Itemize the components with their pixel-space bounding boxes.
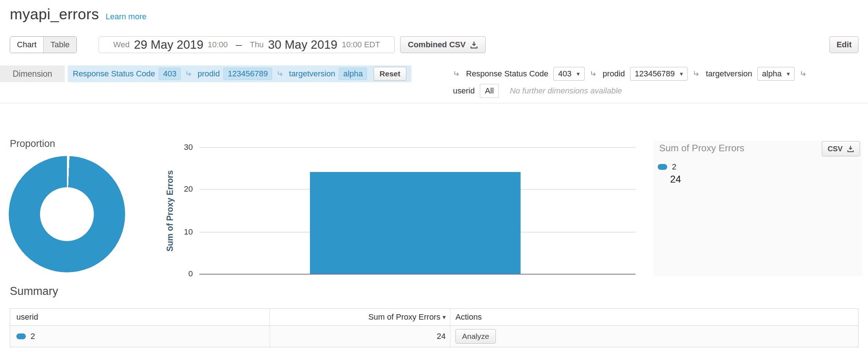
- legend-swatch: [658, 164, 667, 170]
- end-date: 30 May 2019: [268, 38, 338, 52]
- breadcrumb-prodid[interactable]: prodid 123456789: [198, 68, 272, 80]
- learn-more-link[interactable]: Learn more: [105, 12, 147, 21]
- date-range-picker[interactable]: Wed 29 May 2019 10:00 – Thu 30 May 2019 …: [99, 36, 395, 53]
- dimension-label: Dimension: [0, 65, 65, 82]
- end-day: Thu: [250, 40, 264, 49]
- download-icon: [470, 41, 478, 49]
- reset-button[interactable]: Reset: [374, 67, 406, 81]
- chart-view-button[interactable]: Chart: [10, 37, 43, 53]
- legend-label: 2: [672, 162, 676, 172]
- proportion-title: Proportion: [10, 138, 55, 149]
- dimension-breadcrumbs: Response Status Code 403 prodid 12345678…: [68, 65, 411, 82]
- analyze-button[interactable]: Analyze: [455, 329, 496, 344]
- selector-line-1: Response Status Code 403 ▾ prodid 123456…: [453, 65, 865, 82]
- selector-name-response-status-code: Response Status Code: [466, 69, 548, 79]
- column-header-label: Sum of Proxy Errors: [368, 312, 440, 322]
- page-title: myapi_errors: [10, 6, 99, 23]
- end-time: 10:00 EDT: [342, 40, 380, 49]
- legend-title: Sum of Proxy Errors: [659, 143, 744, 154]
- proportion-chart-area: [9, 151, 155, 276]
- breadcrumb-name: prodid: [198, 69, 220, 79]
- column-header-sum-of-proxy-errors[interactable]: Sum of Proxy Errors ▾: [270, 309, 450, 325]
- legend-panel: Sum of Proxy Errors CSV 2 24: [653, 141, 862, 276]
- legend-value: 24: [670, 174, 681, 185]
- y-tick-20: 20: [176, 184, 193, 194]
- drilldown-arrow-icon: [800, 70, 808, 78]
- selector-line-2: userid All No further dimensions availab…: [453, 83, 865, 99]
- column-header-userid: userid: [10, 309, 270, 325]
- section-divider: [0, 103, 868, 103]
- column-header-actions: Actions: [450, 309, 858, 325]
- selector-name-userid: userid: [453, 86, 475, 96]
- drilldown-arrow-icon: [693, 70, 701, 78]
- toolbar: Chart Table Wed 29 May 2019 10:00 – Thu …: [0, 36, 868, 54]
- chevron-down-icon: ▾: [680, 70, 683, 78]
- download-icon: [847, 145, 854, 152]
- combined-csv-button[interactable]: Combined CSV: [400, 36, 486, 53]
- start-day: Wed: [113, 40, 130, 49]
- donut-chart[interactable]: [9, 156, 125, 272]
- breadcrumb-value: 403: [159, 68, 181, 80]
- cell-sum-of-proxy-errors: 24: [270, 326, 450, 347]
- breadcrumb-name: targetversion: [289, 69, 335, 79]
- csv-label: CSV: [828, 145, 843, 153]
- selector-value: 403: [558, 69, 572, 79]
- csv-button[interactable]: CSV: [822, 141, 860, 156]
- y-axis-label: Sum of Proxy Errors: [165, 170, 175, 252]
- date-range-separator: –: [236, 39, 242, 51]
- selector-value: alpha: [762, 69, 782, 79]
- drilldown-arrow-icon: [590, 70, 598, 78]
- selector-userid-all[interactable]: All: [480, 84, 499, 98]
- breadcrumb-value: alpha: [339, 68, 367, 80]
- drilldown-arrow-icon: [276, 70, 284, 78]
- y-tick-10: 10: [176, 227, 193, 237]
- no-further-dimensions-text: No further dimensions available: [510, 86, 622, 96]
- drilldown-arrow-icon: [453, 70, 461, 78]
- breadcrumb-name: Response Status Code: [73, 69, 155, 79]
- series-swatch: [16, 333, 26, 339]
- dimension-selectors: Response Status Code 403 ▾ prodid 123456…: [453, 65, 865, 99]
- chevron-down-icon: ▾: [577, 70, 580, 78]
- summary-table-header: userid Sum of Proxy Errors ▾ Actions: [10, 309, 858, 326]
- table-row: 2 24 Analyze: [10, 326, 858, 347]
- start-time: 10:00: [208, 40, 228, 49]
- sort-caret-icon: ▾: [442, 313, 446, 321]
- page-header: myapi_errors Learn more: [10, 6, 147, 23]
- edit-button[interactable]: Edit: [829, 36, 859, 53]
- summary-heading: Summary: [10, 285, 58, 298]
- summary-table: userid Sum of Proxy Errors ▾ Actions 2 2…: [10, 308, 859, 347]
- y-tick-30: 30: [176, 143, 193, 152]
- combined-csv-label: Combined CSV: [408, 40, 466, 49]
- legend-item: 2: [658, 162, 676, 172]
- selector-dropdown-response-status-code[interactable]: 403 ▾: [553, 67, 584, 81]
- selector-dropdown-prodid[interactable]: 123456789 ▾: [630, 67, 688, 81]
- breadcrumb-response-status-code[interactable]: Response Status Code 403: [73, 68, 181, 80]
- selector-dropdown-targetversion[interactable]: alpha ▾: [757, 67, 795, 81]
- donut-hole: [40, 187, 94, 241]
- y-tick-0: 0: [176, 269, 193, 279]
- drilldown-arrow-icon: [185, 70, 193, 78]
- breadcrumb-targetversion[interactable]: targetversion alpha: [289, 68, 367, 80]
- selector-name-prodid: prodid: [603, 69, 625, 79]
- cell-actions: Analyze: [450, 326, 858, 347]
- chart-section: Proportion Sum of Proxy Errors 30 20 10 …: [0, 138, 868, 284]
- table-view-button[interactable]: Table: [43, 37, 76, 53]
- selector-value: 123456789: [635, 69, 675, 79]
- selector-name-targetversion: targetversion: [706, 69, 752, 79]
- userid-value: 2: [31, 332, 35, 341]
- breadcrumb-value: 123456789: [223, 68, 272, 80]
- gridline-30: [199, 147, 636, 148]
- start-date: 29 May 2019: [134, 38, 203, 52]
- x-axis-line: [199, 274, 636, 275]
- view-toggle: Chart Table: [10, 36, 77, 53]
- chevron-down-icon: ▾: [787, 70, 790, 78]
- bar-sum-of-proxy-errors[interactable]: [310, 172, 521, 274]
- cell-userid: 2: [10, 326, 270, 347]
